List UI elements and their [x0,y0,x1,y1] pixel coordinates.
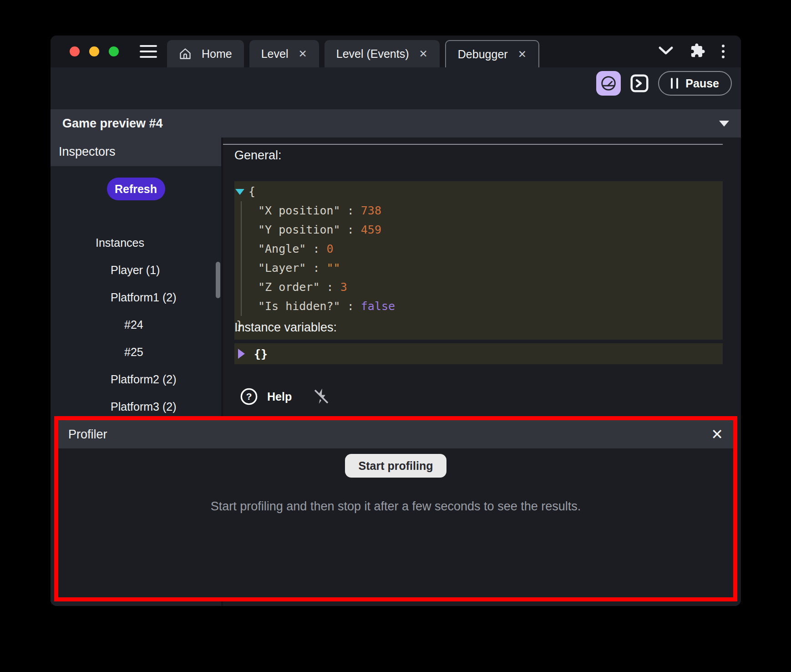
sidebar-item-instance-25[interactable]: #25 [51,338,221,366]
general-json-viewer: { "X position" : 738 "Y position" : 459 … [234,181,723,340]
svg-text:?: ? [246,391,252,402]
json-open-brace: { [248,182,255,201]
json-value[interactable]: 738 [361,204,381,217]
json-row: "X position" : 738 [258,201,723,220]
inspectors-list: Refresh Instances Player (1) Platform1 (… [51,166,221,448]
json-row: "Layer" : "" [258,259,723,278]
flash-off-icon[interactable] [312,387,331,406]
close-icon[interactable]: ✕ [419,49,428,59]
json-value[interactable]: 459 [361,223,381,236]
tabbar-right-actions [658,43,725,60]
console-icon [629,73,650,94]
sidebar-item-instance-24[interactable]: #24 [51,311,221,338]
more-options-icon[interactable] [722,45,725,58]
json-row: "Z order" : 3 [258,278,723,297]
general-label: General: [234,148,282,163]
profiler-gauge-button[interactable] [596,71,621,96]
pause-icon [671,78,678,89]
variables-value: {} [254,347,268,361]
profiler-header: Profiler ✕ [58,420,733,448]
sidebar-item-instances[interactable]: Instances [51,229,221,256]
sidebar-scrollbar[interactable] [216,262,220,298]
tab-home[interactable]: Home [167,40,244,67]
tab-level-events[interactable]: Level (Events) ✕ [325,40,440,67]
debugger-toolbar: Pause [51,67,741,99]
instance-variables-viewer: {} [234,343,723,364]
sidebar-item-player[interactable]: Player (1) [51,256,221,284]
start-profiling-button[interactable]: Start profiling [345,454,447,478]
gauge-icon [600,75,617,92]
pause-button[interactable]: Pause [658,71,732,96]
minimize-window-button[interactable] [89,46,99,56]
tabs: Home Level ✕ Level (Events) ✕ Debugger ✕ [167,36,545,67]
expand-triangle-icon[interactable] [235,189,244,195]
profiler-panel: Profiler ✕ Start profiling Start profili… [54,416,737,601]
game-preview-header[interactable]: Game preview #4 [51,109,741,137]
help-label: Help [267,390,292,403]
json-row: "Y position" : 459 [258,220,723,239]
profiler-title: Profiler [68,428,107,442]
close-icon[interactable]: ✕ [518,49,527,60]
json-value[interactable]: 3 [340,280,347,294]
help-button[interactable]: ? Help [240,387,292,406]
json-value[interactable]: "" [327,261,340,275]
game-preview-title: Game preview #4 [62,117,163,131]
json-row: "Is hidden?" : false [258,297,723,316]
tab-label: Level (Events) [336,47,409,61]
panel-top-divider [223,144,723,145]
app-window: Home Level ✕ Level (Events) ✕ Debugger ✕ [51,36,741,606]
traffic-lights [70,46,119,56]
json-value[interactable]: false [361,300,395,313]
tab-label: Level [261,47,289,61]
close-window-button[interactable] [70,46,80,56]
collapse-caret-icon[interactable] [719,121,729,127]
home-icon [179,47,192,60]
refresh-button[interactable]: Refresh [107,178,165,200]
question-circle-icon: ? [240,387,258,406]
sidebar-item-platform1[interactable]: Platform1 (2) [51,284,221,311]
profiler-body: Start profiling Start profiling and then… [58,448,733,514]
sidebar-item-platform2[interactable]: Platform2 (2) [51,366,221,393]
json-row: "Angle" : 0 [258,239,723,259]
tab-bar: Home Level ✕ Level (Events) ✕ Debugger ✕ [51,36,741,67]
profiler-description: Start profiling and then stop it after a… [211,499,581,514]
json-value[interactable]: 0 [327,242,334,255]
tab-level[interactable]: Level ✕ [249,40,319,67]
close-icon[interactable]: ✕ [711,427,723,442]
console-button[interactable] [628,72,651,95]
inspectors-header: Inspectors [51,137,221,166]
close-icon[interactable]: ✕ [298,49,307,59]
menu-icon[interactable] [140,45,157,58]
tab-label: Debugger [458,48,508,61]
instance-variables-label: Instance variables: [234,321,337,335]
collapsed-triangle-icon[interactable] [238,349,245,359]
tab-debugger[interactable]: Debugger ✕ [445,40,539,67]
pause-label: Pause [685,77,719,90]
chevron-down-icon[interactable] [658,46,674,57]
tab-label: Home [202,47,232,61]
zoom-window-button[interactable] [109,46,119,56]
help-row: ? Help [240,387,331,406]
extensions-puzzle-icon[interactable] [690,43,705,60]
